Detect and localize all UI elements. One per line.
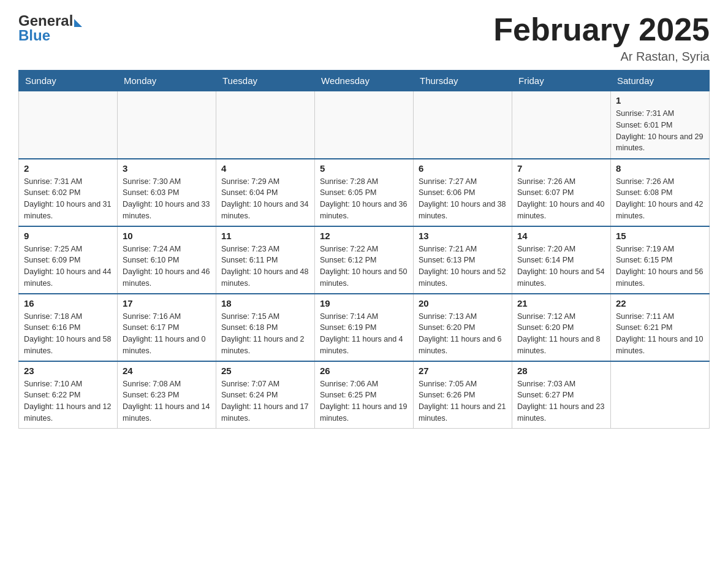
col-header-saturday: Saturday: [611, 71, 710, 91]
calendar-cell: 18Sunrise: 7:15 AMSunset: 6:18 PMDayligh…: [216, 294, 315, 361]
day-number: 15: [616, 231, 704, 241]
logo-triangle-icon: [74, 19, 82, 27]
calendar-cell: 13Sunrise: 7:21 AMSunset: 6:13 PMDayligh…: [414, 226, 512, 294]
col-header-sunday: Sunday: [19, 71, 118, 91]
day-number: 23: [24, 366, 112, 376]
page-header: General​ Blue February 2025 Ar Rastan, S…: [18, 12, 710, 64]
day-info: Sunrise: 7:26 AMSunset: 6:07 PMDaylight:…: [517, 176, 605, 222]
calendar-cell: 7Sunrise: 7:26 AMSunset: 6:07 PMDaylight…: [512, 159, 611, 226]
calendar-week-1: 1Sunrise: 7:31 AMSunset: 6:01 PMDaylight…: [19, 91, 710, 159]
day-number: 28: [517, 366, 605, 376]
calendar-cell: 12Sunrise: 7:22 AMSunset: 6:12 PMDayligh…: [315, 226, 414, 294]
calendar-cell: 14Sunrise: 7:20 AMSunset: 6:14 PMDayligh…: [512, 226, 611, 294]
day-info: Sunrise: 7:10 AMSunset: 6:22 PMDaylight:…: [24, 378, 112, 424]
day-number: 16: [24, 298, 112, 308]
day-number: 14: [517, 231, 605, 241]
calendar-header-row: SundayMondayTuesdayWednesdayThursdayFrid…: [19, 71, 710, 91]
day-info: Sunrise: 7:05 AMSunset: 6:26 PMDaylight:…: [419, 378, 507, 424]
calendar-cell: 1Sunrise: 7:31 AMSunset: 6:01 PMDaylight…: [611, 91, 710, 159]
calendar-cell: 25Sunrise: 7:07 AMSunset: 6:24 PMDayligh…: [216, 361, 315, 429]
day-number: 27: [419, 366, 507, 376]
day-number: 12: [320, 231, 408, 241]
day-info: Sunrise: 7:21 AMSunset: 6:13 PMDaylight:…: [419, 243, 507, 289]
day-info: Sunrise: 7:29 AMSunset: 6:04 PMDaylight:…: [221, 176, 309, 222]
calendar-cell: 28Sunrise: 7:03 AMSunset: 6:27 PMDayligh…: [512, 361, 611, 429]
day-info: Sunrise: 7:12 AMSunset: 6:20 PMDaylight:…: [517, 311, 605, 357]
calendar-cell: 22Sunrise: 7:11 AMSunset: 6:21 PMDayligh…: [611, 294, 710, 361]
day-number: 4: [221, 163, 309, 174]
day-info: Sunrise: 7:23 AMSunset: 6:11 PMDaylight:…: [221, 243, 309, 289]
day-number: 21: [517, 298, 605, 308]
calendar-cell: 9Sunrise: 7:25 AMSunset: 6:09 PMDaylight…: [19, 226, 118, 294]
day-number: 8: [616, 163, 704, 174]
col-header-wednesday: Wednesday: [315, 71, 414, 91]
day-number: 2: [24, 163, 112, 174]
calendar-cell: 11Sunrise: 7:23 AMSunset: 6:11 PMDayligh…: [216, 226, 315, 294]
calendar-cell: 27Sunrise: 7:05 AMSunset: 6:26 PMDayligh…: [414, 361, 512, 429]
calendar-cell: 10Sunrise: 7:24 AMSunset: 6:10 PMDayligh…: [118, 226, 216, 294]
calendar-week-2: 2Sunrise: 7:31 AMSunset: 6:02 PMDaylight…: [19, 159, 710, 226]
day-number: 9: [24, 231, 112, 241]
day-number: 13: [419, 231, 507, 241]
day-number: 17: [123, 298, 211, 308]
day-info: Sunrise: 7:30 AMSunset: 6:03 PMDaylight:…: [123, 176, 211, 222]
day-number: 24: [123, 366, 211, 376]
calendar-cell: [216, 91, 315, 159]
calendar-cell: [118, 91, 216, 159]
calendar-cell: 16Sunrise: 7:18 AMSunset: 6:16 PMDayligh…: [19, 294, 118, 361]
calendar-cell: 20Sunrise: 7:13 AMSunset: 6:20 PMDayligh…: [414, 294, 512, 361]
day-number: 3: [123, 163, 211, 174]
location-subtitle: Ar Rastan, Syria: [493, 50, 710, 64]
day-info: Sunrise: 7:16 AMSunset: 6:17 PMDaylight:…: [123, 311, 211, 357]
calendar-cell: 2Sunrise: 7:31 AMSunset: 6:02 PMDaylight…: [19, 159, 118, 226]
day-info: Sunrise: 7:06 AMSunset: 6:25 PMDaylight:…: [320, 378, 408, 424]
day-info: Sunrise: 7:28 AMSunset: 6:05 PMDaylight:…: [320, 176, 408, 222]
day-info: Sunrise: 7:13 AMSunset: 6:20 PMDaylight:…: [419, 311, 507, 357]
day-number: 1: [616, 95, 704, 105]
col-header-friday: Friday: [512, 71, 611, 91]
day-info: Sunrise: 7:11 AMSunset: 6:21 PMDaylight:…: [616, 311, 704, 357]
calendar-cell: 24Sunrise: 7:08 AMSunset: 6:23 PMDayligh…: [118, 361, 216, 429]
day-number: 20: [419, 298, 507, 308]
title-block: February 2025 Ar Rastan, Syria: [493, 12, 710, 64]
calendar-cell: 21Sunrise: 7:12 AMSunset: 6:20 PMDayligh…: [512, 294, 611, 361]
day-info: Sunrise: 7:07 AMSunset: 6:24 PMDaylight:…: [221, 378, 309, 424]
logo-blue-label: Blue: [18, 27, 50, 44]
col-header-monday: Monday: [118, 71, 216, 91]
col-header-tuesday: Tuesday: [216, 71, 315, 91]
calendar-cell: 5Sunrise: 7:28 AMSunset: 6:05 PMDaylight…: [315, 159, 414, 226]
calendar-cell: [512, 91, 611, 159]
day-info: Sunrise: 7:14 AMSunset: 6:19 PMDaylight:…: [320, 311, 408, 357]
logo-general-label: General: [18, 12, 73, 29]
calendar-cell: 8Sunrise: 7:26 AMSunset: 6:08 PMDaylight…: [611, 159, 710, 226]
day-number: 7: [517, 163, 605, 174]
month-title: February 2025: [493, 12, 710, 47]
col-header-thursday: Thursday: [414, 71, 512, 91]
day-number: 26: [320, 366, 408, 376]
calendar-cell: 3Sunrise: 7:30 AMSunset: 6:03 PMDaylight…: [118, 159, 216, 226]
day-number: 6: [419, 163, 507, 174]
day-info: Sunrise: 7:15 AMSunset: 6:18 PMDaylight:…: [221, 311, 309, 357]
day-info: Sunrise: 7:19 AMSunset: 6:15 PMDaylight:…: [616, 243, 704, 289]
day-number: 25: [221, 366, 309, 376]
day-number: 19: [320, 298, 408, 308]
day-info: Sunrise: 7:31 AMSunset: 6:02 PMDaylight:…: [24, 176, 112, 222]
day-number: 10: [123, 231, 211, 241]
calendar-cell: 4Sunrise: 7:29 AMSunset: 6:04 PMDaylight…: [216, 159, 315, 226]
calendar-cell: [611, 361, 710, 429]
calendar-week-5: 23Sunrise: 7:10 AMSunset: 6:22 PMDayligh…: [19, 361, 710, 429]
day-info: Sunrise: 7:22 AMSunset: 6:12 PMDaylight:…: [320, 243, 408, 289]
day-number: 18: [221, 298, 309, 308]
day-info: Sunrise: 7:26 AMSunset: 6:08 PMDaylight:…: [616, 176, 704, 222]
calendar-cell: [315, 91, 414, 159]
calendar-cell: 15Sunrise: 7:19 AMSunset: 6:15 PMDayligh…: [611, 226, 710, 294]
day-info: Sunrise: 7:31 AMSunset: 6:01 PMDaylight:…: [616, 108, 704, 154]
calendar-cell: [19, 91, 118, 159]
calendar-week-3: 9Sunrise: 7:25 AMSunset: 6:09 PMDaylight…: [19, 226, 710, 294]
day-info: Sunrise: 7:27 AMSunset: 6:06 PMDaylight:…: [419, 176, 507, 222]
day-info: Sunrise: 7:18 AMSunset: 6:16 PMDaylight:…: [24, 311, 112, 357]
calendar-cell: 6Sunrise: 7:27 AMSunset: 6:06 PMDaylight…: [414, 159, 512, 226]
calendar-cell: 26Sunrise: 7:06 AMSunset: 6:25 PMDayligh…: [315, 361, 414, 429]
calendar-cell: [414, 91, 512, 159]
day-info: Sunrise: 7:24 AMSunset: 6:10 PMDaylight:…: [123, 243, 211, 289]
